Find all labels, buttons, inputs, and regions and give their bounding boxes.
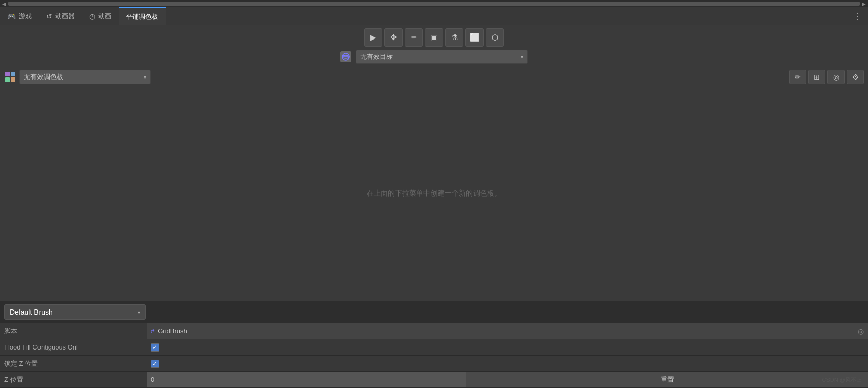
flood-fill-label: Flood Fill Contiguous Onl: [0, 343, 147, 351]
script-hash: #: [151, 327, 154, 335]
z-value-cell: 重置: [147, 372, 868, 387]
canvas-area: 在上面的下拉菜单中创建一个新的调色板。: [0, 86, 868, 301]
target-dropdown-arrow: ▾: [521, 54, 523, 60]
lock-z-checkbox-cell: ✓: [147, 360, 163, 368]
flood-fill-checkbox-cell: ✓: [147, 343, 163, 352]
brush-label: Default Brush: [10, 308, 53, 316]
tool-erase[interactable]: ⬜: [465, 28, 484, 47]
palette-tool-globe[interactable]: ◎: [827, 70, 845, 84]
palette-header: 无有效调色板 ▾ ✏ ⊞ ◎ ⚙: [0, 68, 868, 86]
scroll-thumb[interactable]: [8, 2, 860, 6]
palette-dropdown[interactable]: 无有效调色板 ▾: [19, 70, 151, 84]
lock-z-row: 锁定 Z 位置 ✓: [0, 356, 868, 372]
animation-icon: ◷: [89, 12, 95, 20]
tool-select[interactable]: ▶: [364, 28, 382, 47]
lock-z-label: 锁定 Z 位置: [0, 359, 147, 368]
lock-z-checkbox[interactable]: ✓: [151, 360, 159, 368]
svg-rect-6: [11, 77, 15, 82]
bottom-panel: Default Brush ▾ 脚本 # GridBrush ◎ Flood F…: [0, 301, 868, 388]
brush-dropdown-arrow: ▾: [138, 309, 140, 315]
tool-eyedrop[interactable]: ⚗: [445, 28, 463, 47]
flood-fill-row: Flood Fill Contiguous Onl ✓: [0, 339, 868, 356]
script-target-icon[interactable]: ◎: [858, 327, 864, 335]
canvas-empty-text: 在上面的下拉菜单中创建一个新的调色板。: [367, 189, 501, 198]
tool-rect[interactable]: ▣: [425, 28, 443, 47]
tab-game-label: 游戏: [19, 12, 32, 21]
tool-fill[interactable]: ⬡: [486, 28, 504, 47]
tab-bar: 🎮 游戏 ↺ 动画器 ◷ 动画 平铺调色板 ⋮: [0, 7, 868, 25]
palette-tools: ✏ ⊞ ◎ ⚙: [789, 70, 864, 84]
target-dropdown[interactable]: 无有效目标 ▾: [356, 50, 528, 64]
tab-animation[interactable]: ◷ 动画: [82, 7, 119, 25]
palette-label: 无有效调色板: [24, 72, 63, 82]
main-area: ▶ ✥ ✏ ▣ ⚗ ⬜ ⬡ 无有效目标 ▾: [0, 25, 868, 388]
brush-dropdown[interactable]: Default Brush ▾: [4, 304, 146, 320]
target-layer-icon: [340, 51, 351, 62]
scroll-right-arrow[interactable]: ▶: [862, 1, 866, 7]
z-reset-button[interactable]: 重置: [466, 372, 868, 387]
svg-rect-3: [5, 72, 10, 76]
animator-icon: ↺: [46, 12, 52, 20]
script-value: # GridBrush ◎: [147, 323, 868, 339]
palette-dropdown-arrow: ▾: [144, 74, 146, 80]
tab-menu-button[interactable]: ⋮: [847, 11, 868, 22]
z-pos-row: Z 位置 重置: [0, 372, 868, 388]
svg-rect-4: [11, 72, 15, 76]
top-scrollbar[interactable]: ◀ ▶: [0, 0, 868, 7]
script-label: 脚本: [0, 327, 147, 336]
script-name: GridBrush: [157, 327, 187, 335]
palette-icon: [4, 71, 16, 83]
brush-header: Default Brush ▾: [0, 301, 868, 323]
tab-tile-palette-label: 平铺调色板: [126, 12, 159, 21]
tab-animator[interactable]: ↺ 动画器: [39, 7, 82, 25]
game-icon: 🎮: [7, 12, 16, 20]
tool-paint[interactable]: ✏: [405, 28, 423, 47]
palette-tool-settings[interactable]: ⚙: [847, 70, 864, 84]
target-row: 无有效目标 ▾: [0, 50, 868, 68]
tab-tile-palette[interactable]: 平铺调色板: [119, 7, 166, 25]
z-pos-label: Z 位置: [0, 375, 147, 384]
script-row: 脚本 # GridBrush ◎: [0, 323, 868, 339]
tab-game[interactable]: 🎮 游戏: [0, 7, 39, 25]
scroll-left-arrow[interactable]: ◀: [2, 1, 6, 7]
palette-tool-pencil[interactable]: ✏: [789, 70, 806, 84]
flood-fill-checkbox[interactable]: ✓: [151, 343, 159, 352]
z-pos-input[interactable]: [147, 372, 466, 387]
target-label: 无有效目标: [360, 52, 393, 61]
properties-table: 脚本 # GridBrush ◎ Flood Fill Contiguous O…: [0, 323, 868, 388]
svg-rect-5: [5, 77, 10, 82]
tool-move[interactable]: ✥: [384, 28, 403, 47]
palette-tool-grid[interactable]: ⊞: [808, 70, 825, 84]
watermark: CSDN @风不归: [822, 376, 862, 384]
toolbar-row: ▶ ✥ ✏ ▣ ⚗ ⬜ ⬡: [0, 25, 868, 50]
tab-animation-label: 动画: [98, 12, 111, 21]
tab-animator-label: 动画器: [55, 12, 75, 21]
